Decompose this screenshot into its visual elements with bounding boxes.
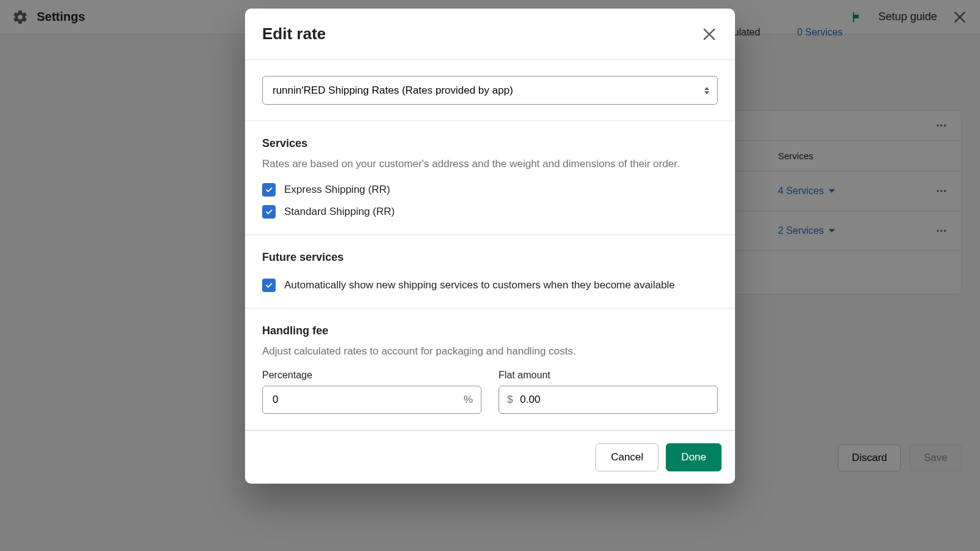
percentage-input[interactable]	[262, 386, 481, 414]
flat-amount-input[interactable]	[499, 386, 718, 414]
future-services-label: Automatically show new shipping services…	[284, 279, 675, 291]
cancel-button[interactable]: Cancel	[595, 443, 658, 471]
modal-close-button[interactable]	[701, 26, 718, 43]
percentage-label: Percentage	[262, 370, 481, 381]
express-shipping-checkbox[interactable]	[262, 183, 276, 197]
standard-shipping-label: Standard Shipping (RR)	[284, 206, 394, 218]
standard-shipping-checkbox[interactable]	[262, 205, 276, 219]
handling-fee-heading: Handling fee	[262, 324, 718, 337]
dollar-prefix: $	[507, 394, 513, 406]
select-caret-icon	[704, 87, 709, 94]
rate-provider-select[interactable]: runnin'RED Shipping Rates (Rates provide…	[262, 76, 718, 105]
services-description: Rates are based on your customer's addre…	[262, 156, 718, 172]
done-button[interactable]: Done	[666, 443, 722, 471]
percent-suffix: %	[464, 394, 473, 406]
future-services-heading: Future services	[262, 251, 718, 264]
future-services-checkbox[interactable]	[262, 279, 276, 292]
handling-fee-description: Adjust calculated rates to account for p…	[262, 343, 718, 359]
modal-title: Edit rate	[262, 24, 326, 43]
express-shipping-label: Express Shipping (RR)	[284, 184, 390, 196]
services-heading: Services	[262, 137, 718, 150]
flat-amount-label: Flat amount	[499, 370, 718, 381]
edit-rate-modal: Edit rate runnin'RED Shipping Rates (Rat…	[245, 9, 735, 484]
